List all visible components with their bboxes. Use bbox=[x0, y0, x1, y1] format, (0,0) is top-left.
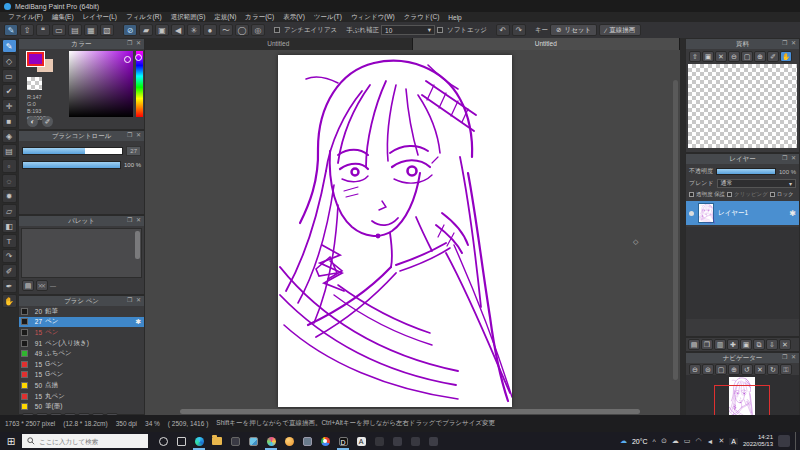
medibang-icon[interactable] bbox=[262, 432, 280, 450]
nav-zoom-in-icon[interactable]: ⊕ bbox=[728, 364, 740, 375]
paint-app-icon[interactable] bbox=[298, 432, 316, 450]
weather-temp[interactable]: 20°C bbox=[632, 438, 648, 445]
cloud-save-icon[interactable]: ✎ bbox=[4, 24, 18, 36]
brush-row[interactable]: 15ペン bbox=[19, 327, 144, 338]
tray-close-icon[interactable]: ✕ bbox=[718, 437, 724, 445]
material-pen-icon[interactable]: ✐ bbox=[767, 51, 779, 62]
close-icon[interactable]: ✕ bbox=[136, 297, 142, 303]
tray-app-icon[interactable]: ⊙ bbox=[661, 437, 667, 445]
start-button[interactable]: ⊞ bbox=[0, 436, 22, 447]
show-desktop-button[interactable] bbox=[795, 432, 798, 450]
menu-view[interactable]: 表示(V) bbox=[279, 13, 309, 22]
pinned-app-icon[interactable] bbox=[388, 432, 406, 450]
display-icon[interactable]: ▭ bbox=[684, 437, 691, 445]
nav-fit-icon[interactable]: ▢ bbox=[715, 364, 727, 375]
nav-rotate-right-icon[interactable]: ↻ bbox=[767, 364, 779, 375]
photos-app-icon[interactable] bbox=[244, 432, 262, 450]
d-app-icon[interactable]: D bbox=[334, 432, 352, 450]
stabilizer-dropdown[interactable]: 10▾ bbox=[381, 25, 435, 35]
pinned-app-icon[interactable] bbox=[370, 432, 388, 450]
eraser-tool[interactable]: ◇ bbox=[2, 54, 17, 68]
brush-size-slider[interactable] bbox=[22, 147, 123, 155]
text-tool[interactable]: T bbox=[2, 234, 17, 248]
canvas-hscrollbar[interactable] bbox=[180, 409, 640, 414]
select-rect-tool[interactable]: ▫ bbox=[2, 159, 17, 173]
nav-rotate-reset-icon[interactable]: ✕ bbox=[754, 364, 766, 375]
hue-marker[interactable] bbox=[135, 54, 142, 61]
select-pen2-tool[interactable]: ▱ bbox=[2, 204, 17, 218]
menu-window[interactable]: ウィンドウ(W) bbox=[347, 13, 399, 22]
popout-icon[interactable]: ❐ bbox=[782, 155, 788, 161]
new-layer2-icon[interactable]: ▥ bbox=[714, 339, 726, 350]
zoom-in-icon[interactable]: ⊕ bbox=[754, 51, 766, 62]
brush-circle-icon[interactable]: ● bbox=[203, 24, 217, 36]
popout-icon[interactable]: ❐ bbox=[782, 40, 788, 46]
brush-row[interactable]: 50点描 bbox=[19, 380, 144, 391]
import-material-icon[interactable]: ⇧ bbox=[689, 51, 701, 62]
color-picker-button[interactable]: ✐ bbox=[42, 116, 53, 127]
layer-visibility-icon[interactable] bbox=[689, 211, 694, 216]
close-icon[interactable]: ✕ bbox=[791, 155, 797, 161]
softedge-checkbox[interactable] bbox=[437, 27, 443, 33]
search-input[interactable] bbox=[39, 438, 139, 445]
onedrive-icon[interactable]: ☁ bbox=[672, 437, 679, 445]
notification-center-icon[interactable] bbox=[778, 435, 790, 447]
hue-bar[interactable] bbox=[136, 51, 143, 117]
new-layer-icon[interactable]: ▤ bbox=[688, 339, 700, 350]
materials-preview[interactable] bbox=[688, 64, 797, 148]
brush-ring-icon[interactable]: ◯ bbox=[235, 24, 249, 36]
close-icon[interactable]: ✕ bbox=[791, 354, 797, 360]
line-draw-button[interactable]: ∕ 直線描画 bbox=[599, 24, 641, 36]
fill-rect-tool[interactable]: ■ bbox=[2, 114, 17, 128]
nav-zoom-reset-icon[interactable]: ⊜ bbox=[702, 364, 714, 375]
grid-icon[interactable]: ▦ bbox=[84, 24, 98, 36]
brush-row[interactable]: 49ふちペン bbox=[19, 348, 144, 359]
menu-cloud[interactable]: クラウド(C) bbox=[400, 13, 444, 22]
layer-list-empty[interactable] bbox=[686, 227, 799, 319]
file-icon[interactable]: ▤ bbox=[68, 24, 82, 36]
grid-edit-icon[interactable]: ▧ bbox=[100, 24, 114, 36]
taskbar-search[interactable] bbox=[22, 434, 148, 448]
orange-app-icon[interactable] bbox=[280, 432, 298, 450]
rect-tool[interactable]: ▭ bbox=[2, 69, 17, 83]
move-tool[interactable]: ✛ bbox=[2, 99, 17, 113]
delete-palette-color-icon[interactable]: 🝪 bbox=[36, 280, 48, 291]
navigator-viewport-rect[interactable] bbox=[714, 385, 770, 418]
menu-filter[interactable]: フィルタ(R) bbox=[122, 13, 166, 22]
brush-burst-icon[interactable]: ✳ bbox=[187, 24, 201, 36]
brush-row[interactable]: 91ペン(入り抜き) bbox=[19, 338, 144, 349]
cortana-icon[interactable] bbox=[154, 432, 172, 450]
title-bar[interactable]: MediBang Paint Pro (64bit) bbox=[0, 0, 800, 12]
tab-untitled-2[interactable]: Untitled bbox=[413, 38, 681, 50]
comment-icon[interactable]: ❝ bbox=[36, 24, 50, 36]
layer-settings-icon[interactable]: ✱ bbox=[789, 209, 796, 218]
add-layer-icon[interactable]: ✚ bbox=[727, 339, 739, 350]
menu-edit[interactable]: 編集(E) bbox=[48, 13, 78, 22]
redo-icon[interactable]: ↷ bbox=[512, 24, 526, 36]
menu-help[interactable]: Help bbox=[444, 14, 465, 21]
antialias-checkbox[interactable] bbox=[274, 27, 280, 33]
clipping-checkbox[interactable] bbox=[727, 192, 732, 197]
no-correction-icon[interactable]: ⊘ bbox=[123, 24, 137, 36]
reset-button[interactable]: ⊘ リセット bbox=[550, 24, 597, 36]
pen-tool[interactable]: ✐ bbox=[2, 264, 17, 278]
close-icon[interactable]: ✕ bbox=[136, 40, 142, 46]
foreground-color-swatch[interactable] bbox=[27, 52, 44, 66]
canvas-vscrollbar[interactable] bbox=[673, 80, 678, 380]
volume-icon[interactable]: ◄ bbox=[706, 438, 713, 445]
file-explorer-icon[interactable] bbox=[208, 432, 226, 450]
menu-tool[interactable]: ツール(T) bbox=[310, 13, 346, 22]
menu-file[interactable]: ファイル(F) bbox=[4, 13, 47, 22]
brush-tool[interactable]: ✎ bbox=[2, 39, 17, 53]
brush-settings-icon[interactable]: ✱ bbox=[135, 318, 141, 326]
select-eraser-tool[interactable]: ◧ bbox=[2, 219, 17, 233]
rotate-tool[interactable]: ↷ bbox=[2, 249, 17, 263]
transparent-color-swatch[interactable] bbox=[27, 77, 42, 90]
color-wheel-button[interactable]: ◐ bbox=[27, 116, 38, 127]
sv-marker[interactable] bbox=[124, 56, 131, 63]
close-icon[interactable]: ✕ bbox=[791, 40, 797, 46]
close-icon[interactable]: ✕ bbox=[136, 132, 142, 138]
brush-curve-icon[interactable]: 〜 bbox=[219, 24, 233, 36]
nav-lock-icon[interactable]: ⚿ bbox=[780, 364, 792, 375]
popout-icon[interactable]: ❐ bbox=[782, 354, 788, 360]
